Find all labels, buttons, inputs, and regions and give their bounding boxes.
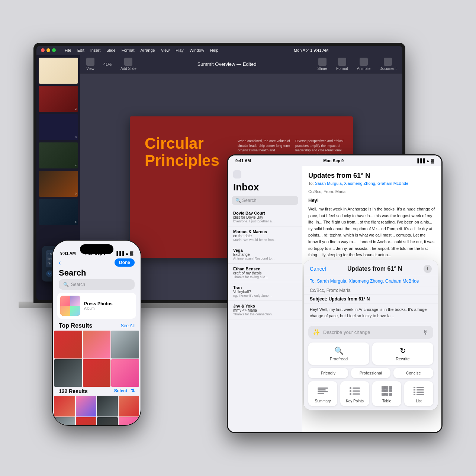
- proofread-button[interactable]: 🔍 Proofread: [308, 342, 369, 365]
- slide-title: CircularPrinciples: [145, 135, 219, 169]
- tone-friendly-button[interactable]: Friendly: [308, 368, 348, 378]
- table-label: Table: [382, 399, 391, 403]
- mail-list-item[interactable]: Jny & Yoko mmy <> Maria Thanks for the c…: [228, 301, 302, 319]
- menu-view[interactable]: View: [161, 48, 170, 52]
- toolbar-animate[interactable]: Animate: [357, 58, 371, 71]
- menu-arrange[interactable]: Arrange: [141, 48, 155, 52]
- writing-tools-panel: Cancel Updates from 61° N ℹ To: Sarah Mu…: [304, 260, 438, 410]
- writing-tools-main-buttons: 🔍 Proofread ↻ Rewrite: [308, 342, 433, 365]
- see-all-button[interactable]: See All: [121, 323, 135, 328]
- back-button[interactable]: ‹: [59, 259, 61, 267]
- album-result[interactable]: Press Photos Album: [57, 293, 136, 319]
- format-summary-button[interactable]: Summary: [308, 381, 337, 406]
- keypoints-icon: [347, 384, 362, 398]
- photo-cell-small[interactable]: [119, 396, 139, 416]
- toolbar-format[interactable]: Format: [336, 58, 348, 71]
- summary-label: Summary: [315, 399, 331, 403]
- fullscreen-button[interactable]: [52, 48, 56, 52]
- toolbar-view[interactable]: View: [86, 58, 94, 71]
- menu-file[interactable]: File: [65, 48, 71, 52]
- menu-slide[interactable]: Slide: [106, 48, 115, 52]
- mail-list-item[interactable]: Marcus & Marcus on the date Maria, We wo…: [228, 226, 302, 245]
- mail-search-bar[interactable]: 🔍 Search: [232, 196, 298, 205]
- mail-ccbcc: Cc/Bcc, From: Maria: [308, 189, 435, 194]
- toolbar-document[interactable]: Document: [379, 58, 396, 71]
- select-button[interactable]: Select: [114, 388, 127, 394]
- mail-body: Well, my first week in Anchorage is in t…: [308, 206, 435, 258]
- iphone-time: 9:41 AM: [60, 251, 76, 255]
- writing-tools-section: ✨ Describe your change 🎙 🔍 Proofread: [304, 322, 438, 410]
- format-keypoints-button[interactable]: Key Points: [340, 381, 369, 406]
- photo-cell-small[interactable]: [54, 396, 75, 416]
- menu-insert[interactable]: Insert: [90, 48, 101, 52]
- minimize-button[interactable]: [46, 48, 50, 52]
- iphone-notch: [80, 244, 113, 254]
- rewrite-label: Rewrite: [396, 357, 409, 361]
- mail-sidebar: Inbox 🔍 Search Doyle Bay Court plist for…: [228, 166, 302, 432]
- slide-thumb-3[interactable]: 3: [39, 114, 78, 140]
- photo-cell[interactable]: [54, 331, 82, 358]
- iphone-signal: ▐▐▐ ▲ ▓: [115, 251, 133, 255]
- writing-tools-format-buttons: Summary: [308, 381, 433, 406]
- toolbar-add-slide[interactable]: Add Slide: [120, 58, 136, 71]
- photo-cell-small[interactable]: [54, 417, 75, 425]
- summary-icon: [315, 384, 330, 398]
- menu-format[interactable]: Format: [122, 48, 135, 52]
- keynote-toolbar: View 41% Add Slide Summit Overview — Edi…: [80, 55, 402, 74]
- ipad-signal: ▐▐▐ ▲ ▓: [416, 158, 434, 163]
- mail-list-item[interactable]: Tran Volleyball? ng, I know it's only Ju…: [228, 282, 302, 301]
- mic-icon[interactable]: 🎙: [423, 329, 429, 336]
- tone-concise-button[interactable]: Concise: [393, 368, 433, 378]
- search-bar[interactable]: 🔍 Search: [59, 279, 135, 290]
- photo-cell-small[interactable]: [97, 417, 118, 425]
- writing-tools-input-row[interactable]: ✨ Describe your change 🎙: [308, 326, 433, 339]
- iphone-screen: 9:41 AM Mon Sep 9 ▐▐▐ ▲ ▓ ‹ Done Search …: [53, 241, 141, 425]
- writing-tools-cancel[interactable]: Cancel: [310, 266, 326, 272]
- mail-list-item[interactable]: Vega Exchange At time again! Respond to.…: [228, 245, 302, 264]
- describe-change-input[interactable]: Describe your change: [323, 329, 420, 335]
- slide-thumb-2[interactable]: 2: [39, 86, 78, 112]
- scene: File Edit Insert Slide Format Arrange Vi…: [33, 43, 443, 433]
- menu-help[interactable]: Help: [210, 48, 219, 52]
- photo-cell-small[interactable]: [97, 396, 118, 416]
- done-button[interactable]: Done: [115, 258, 135, 267]
- info-icon: ℹ: [427, 266, 428, 271]
- photo-grid-results: [53, 396, 141, 425]
- photo-cell-small[interactable]: [76, 396, 97, 416]
- photo-grid-top: [53, 331, 141, 387]
- photo-cell[interactable]: [54, 359, 82, 387]
- album-info: Press Photos Album: [84, 301, 113, 311]
- format-table-button[interactable]: Table: [372, 381, 401, 406]
- close-button[interactable]: [41, 48, 45, 52]
- slide-thumb-5[interactable]: 5: [39, 171, 78, 197]
- mail-list-item[interactable]: Doyle Bay Court plist for Doyle Bay Ever…: [228, 208, 302, 226]
- search-placeholder: Search: [71, 282, 85, 287]
- slide-thumb-6[interactable]: 6: [39, 199, 78, 225]
- tone-professional-button[interactable]: Professional: [351, 368, 391, 378]
- menubar-time: Mon Apr 1 9:41 AM: [224, 48, 398, 52]
- toolbar-share[interactable]: Share: [317, 58, 327, 71]
- sort-icon[interactable]: ⇅: [131, 388, 135, 394]
- menu-window[interactable]: Window: [190, 48, 204, 52]
- photo-cell[interactable]: [83, 359, 111, 387]
- format-list-button[interactable]: List: [404, 381, 433, 406]
- search-icon: 🔍: [63, 282, 69, 287]
- search-title: Search: [53, 268, 141, 279]
- photo-cell[interactable]: [83, 331, 111, 358]
- ipad-screen: 9:41 AM Mon Sep 9 ▐▐▐ ▲ ▓ Inbox 🔍 Search…: [228, 155, 441, 432]
- photo-cell[interactable]: [111, 331, 139, 358]
- toolbar-zoom[interactable]: 41%: [103, 62, 112, 67]
- ipad: 9:41 AM Mon Sep 9 ▐▐▐ ▲ ▓ Inbox 🔍 Search…: [227, 154, 443, 433]
- photo-cell-small[interactable]: [76, 417, 97, 425]
- mail-detail: Updates from 61° N To: Sarah Murguia, Xi…: [302, 166, 441, 432]
- writing-tools-info[interactable]: ℹ: [424, 265, 432, 273]
- mail-list-item[interactable]: Ethan Bensen draft of my thesis Thanks f…: [228, 264, 302, 282]
- slide-thumb-4[interactable]: 4: [39, 142, 78, 168]
- sidebar-icon: [233, 170, 241, 178]
- photo-cell-small[interactable]: [119, 417, 139, 425]
- menu-play[interactable]: Play: [176, 48, 183, 52]
- photo-cell[interactable]: [111, 359, 139, 387]
- slide-thumb-1[interactable]: 1: [39, 58, 78, 84]
- rewrite-button[interactable]: ↻ Rewrite: [372, 342, 433, 365]
- menu-edit[interactable]: Edit: [77, 48, 84, 52]
